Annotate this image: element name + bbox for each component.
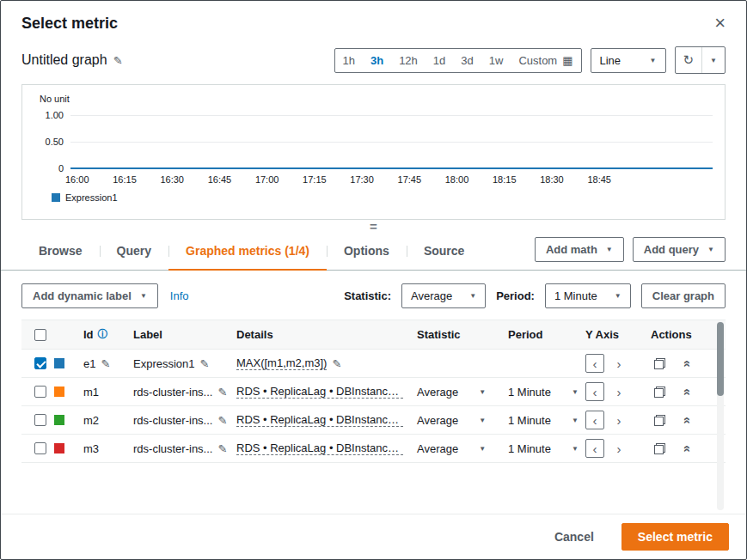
legend-color-swatch xyxy=(52,193,60,202)
vertical-scrollbar[interactable] xyxy=(717,321,724,510)
yaxis-left-button[interactable]: ‹ xyxy=(585,411,604,429)
chevron-down-icon: ▼ xyxy=(572,445,579,453)
chevron-down-icon: ▼ xyxy=(140,292,147,300)
row-statistic-value: Average xyxy=(417,442,458,455)
row-checkbox[interactable] xyxy=(34,386,46,398)
time-range-3h[interactable]: 3h xyxy=(363,49,391,72)
period-select[interactable]: 1 Minute ▼ xyxy=(545,283,631,308)
tab-source[interactable]: Source xyxy=(407,233,481,270)
edit-label-icon[interactable]: ✎ xyxy=(217,386,227,399)
row-statistic-select[interactable]: Average▼ xyxy=(417,442,486,455)
duplicate-icon[interactable] xyxy=(654,415,665,426)
metric-chart: No unit 1.00 0.50 0 16:00 16:15 16:30 16… xyxy=(21,84,726,220)
yaxis-left-button[interactable]: ‹ xyxy=(585,439,604,458)
edit-label-icon[interactable]: ✎ xyxy=(200,357,210,370)
details-column-header: Details xyxy=(230,321,410,348)
add-math-button[interactable]: Add math ▼ xyxy=(535,237,624,262)
x-axis-labels: 16:00 16:15 16:30 16:45 17:00 17:15 17:3… xyxy=(65,174,611,185)
info-link[interactable]: Info xyxy=(170,289,189,302)
edit-details-icon[interactable]: ✎ xyxy=(332,357,341,370)
time-range-1d[interactable]: 1d xyxy=(426,49,453,72)
row-period-select[interactable]: 1 Minute▼ xyxy=(508,442,579,455)
duplicate-icon[interactable] xyxy=(654,358,665,369)
custom-range-label: Custom xyxy=(518,54,557,67)
row-period-select[interactable]: 1 Minute▼ xyxy=(508,386,579,399)
resize-drag-handle[interactable]: = xyxy=(1,222,746,233)
statistic-value: Average xyxy=(411,289,452,302)
add-query-button[interactable]: Add query ▼ xyxy=(633,237,726,262)
time-range-12h[interactable]: 12h xyxy=(391,49,426,72)
add-math-label: Add math xyxy=(546,243,597,256)
cancel-button[interactable]: Cancel xyxy=(549,529,599,545)
x-tick-label: 16:30 xyxy=(160,174,184,185)
edit-label-icon[interactable]: ✎ xyxy=(217,442,227,455)
yaxis-right-button[interactable]: › xyxy=(609,382,628,401)
table-header-row: Idⓘ Label Details Statistic Period Y Axi… xyxy=(21,320,726,350)
edit-label-icon[interactable]: ✎ xyxy=(217,414,227,427)
move-to-top-icon[interactable]: « xyxy=(682,417,695,423)
x-tick-label: 18:15 xyxy=(493,174,517,185)
statistic-select[interactable]: Average ▼ xyxy=(401,283,486,308)
chart-type-select[interactable]: Line ▼ xyxy=(591,48,666,73)
row-period-select[interactable]: 1 Minute▼ xyxy=(508,414,579,427)
yaxis-right-button[interactable]: › xyxy=(609,354,628,373)
metric-details-link[interactable]: RDS • ReplicaLag • DBInstanceIde... xyxy=(236,413,403,427)
period-value: 1 Minute xyxy=(554,289,597,302)
series-color-swatch xyxy=(54,443,64,453)
yaxis-left-button[interactable]: ‹ xyxy=(585,354,604,373)
yaxis-right-button[interactable]: › xyxy=(609,411,628,429)
yaxis-column-header: Y Axis xyxy=(579,321,644,348)
move-to-top-icon[interactable]: « xyxy=(682,445,695,452)
edit-graph-title-icon[interactable]: ✎ xyxy=(113,54,123,67)
scrollbar-thumb[interactable] xyxy=(717,322,724,396)
id-column-header: Id xyxy=(83,328,94,341)
select-all-checkbox[interactable] xyxy=(34,329,46,341)
chart-legend[interactable]: Expression1 xyxy=(52,192,716,203)
info-icon[interactable]: ⓘ xyxy=(98,327,108,342)
refresh-options-button[interactable]: ▼ xyxy=(701,47,725,73)
time-range-custom[interactable]: Custom ▦ xyxy=(511,49,580,72)
edit-id-icon[interactable]: ✎ xyxy=(101,357,110,370)
duplicate-icon[interactable] xyxy=(654,387,665,398)
tabs-actions: Add math ▼ Add query ▼ xyxy=(535,237,726,265)
metric-details-link[interactable]: RDS • ReplicaLag • DBInstanceIde... xyxy=(236,441,403,455)
period-column-header: Period xyxy=(501,321,579,348)
row-statistic-select[interactable]: Average▼ xyxy=(417,414,486,427)
tab-options[interactable]: Options xyxy=(327,233,407,270)
metric-id: e1 xyxy=(83,357,95,370)
row-checkbox[interactable] xyxy=(34,357,46,369)
duplicate-icon[interactable] xyxy=(654,443,665,454)
add-dynamic-label-button[interactable]: Add dynamic label ▼ xyxy=(21,283,158,308)
color-column-header xyxy=(47,328,77,342)
row-statistic-select[interactable]: Average▼ xyxy=(417,386,486,399)
yaxis-right-button[interactable]: › xyxy=(609,439,628,458)
metric-details-link[interactable]: MAX([m1,m2,m3]) xyxy=(236,356,327,370)
time-range-3d[interactable]: 3d xyxy=(453,49,481,72)
move-to-top-icon[interactable]: « xyxy=(682,388,695,395)
dialog-header: Select metric × xyxy=(1,1,746,40)
row-statistic-value: Average xyxy=(417,386,458,399)
refresh-group: ↻ ▼ xyxy=(675,46,726,74)
y-axis-unit-label: No unit xyxy=(40,94,716,104)
move-to-top-icon[interactable]: « xyxy=(682,360,695,367)
clear-graph-button[interactable]: Clear graph xyxy=(641,283,726,308)
metric-id: m3 xyxy=(83,442,99,455)
row-checkbox[interactable] xyxy=(34,414,46,426)
metric-details-link[interactable]: RDS • ReplicaLag • DBInstanceIde... xyxy=(236,385,403,399)
tab-query[interactable]: Query xyxy=(100,233,168,270)
time-range-1h[interactable]: 1h xyxy=(335,49,363,72)
dialog-footer: Cancel Select metric xyxy=(1,514,746,559)
select-metric-button[interactable]: Select metric xyxy=(621,523,729,551)
table-row: m1 rds-cluster-ins...✎ RDS • ReplicaLag … xyxy=(21,378,726,406)
refresh-button[interactable]: ↻ xyxy=(676,47,702,73)
x-tick-label: 17:30 xyxy=(350,174,374,185)
time-range-1w[interactable]: 1w xyxy=(481,49,511,72)
tab-graphed-metrics[interactable]: Graphed metrics (1/4) xyxy=(168,233,327,270)
yaxis-left-button[interactable]: ‹ xyxy=(585,382,604,401)
chevron-down-icon: ▼ xyxy=(479,388,486,396)
close-icon[interactable]: × xyxy=(714,14,726,33)
graphed-metrics-controls: Add dynamic label ▼ Info Statistic: Aver… xyxy=(1,271,746,320)
row-checkbox[interactable] xyxy=(34,442,46,454)
graph-title-text: Untitled graph xyxy=(21,52,107,68)
tab-browse[interactable]: Browse xyxy=(21,233,100,270)
